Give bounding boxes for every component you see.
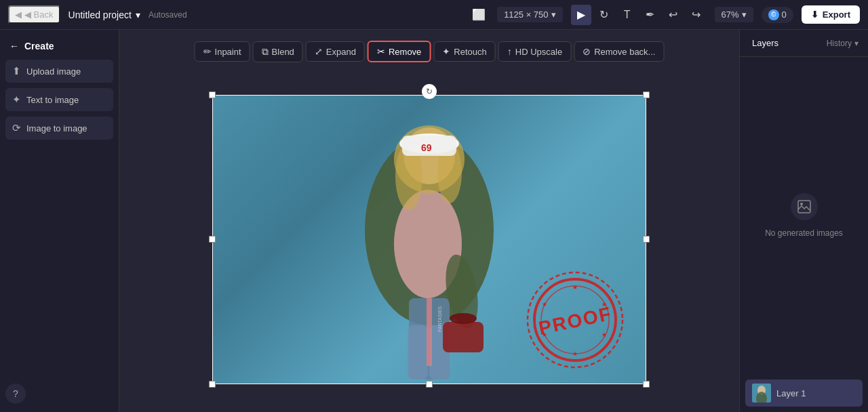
create-arrow-icon: ←: [9, 41, 19, 52]
upload-icon: ⬆: [12, 65, 21, 77]
svg-text:69: 69: [421, 142, 432, 153]
layers-tab[interactable]: Layers: [749, 37, 781, 49]
main-area: ← Create ⬆ Upload image ✦ Text to image …: [0, 30, 868, 412]
svg-text:FANTASIES: FANTASIES: [437, 306, 442, 331]
remove-background-btn[interactable]: ⊘ Remove back...: [574, 41, 664, 62]
text-tool-btn[interactable]: T: [617, 5, 637, 25]
handle-tl[interactable]: [209, 91, 216, 98]
pen-tool-btn[interactable]: ✒: [640, 5, 660, 25]
upscale-icon: ↑: [507, 46, 512, 57]
refresh-handle[interactable]: ↻: [422, 84, 437, 99]
rotate-tool-btn[interactable]: ↻: [594, 5, 614, 25]
canvas-area: ✏ Inpaint ⧉ Blend ⤢ Expand ✂ Remove ✦ Re…: [119, 30, 739, 412]
topbar: ◀ ◀ Back Untitled project ▾ Autosaved ⬜ …: [0, 0, 868, 30]
svg-rect-15: [427, 298, 432, 366]
export-icon: ⬇: [811, 9, 818, 20]
canvas-chevron-icon: ▾: [551, 9, 556, 20]
history-chevron-icon: ▾: [854, 39, 859, 48]
upload-image-btn[interactable]: ⬆ Upload image: [5, 60, 113, 83]
retouch-btn[interactable]: ✦ Retouch: [433, 41, 495, 62]
refresh-handle-container: ↻: [422, 84, 437, 99]
sidebar-footer: ?: [5, 384, 113, 404]
redo-btn[interactable]: ↪: [686, 5, 707, 25]
remove-btn[interactable]: ✂ Remove: [368, 41, 431, 62]
layer-thumbnail-svg: [752, 384, 771, 403]
export-button[interactable]: ⬇ Export: [802, 5, 860, 24]
blend-btn[interactable]: ⧉ Blend: [253, 41, 303, 62]
frame-tool-btn[interactable]: ⬜: [469, 5, 489, 25]
edit-tools: ▶ ↻ T ✒ ↩ ↪: [571, 5, 707, 25]
back-label: ◀ Back: [24, 9, 54, 20]
image-placeholder-icon: [796, 199, 812, 215]
credits-display[interactable]: © 0: [762, 7, 793, 23]
svg-text:★: ★: [572, 284, 578, 291]
history-toggle[interactable]: History ▾: [827, 39, 859, 48]
no-images-text: No generated images: [765, 228, 843, 238]
cursor-tool-btn[interactable]: ▶: [571, 5, 591, 25]
help-button[interactable]: ?: [5, 384, 26, 404]
handle-bc[interactable]: [426, 381, 433, 388]
inpaint-icon: ✏: [203, 46, 212, 57]
expand-icon: ⤢: [315, 46, 323, 57]
project-chevron-icon: ▾: [136, 9, 140, 20]
layer-thumbnail: [752, 384, 771, 403]
layer-label: Layer 1: [776, 388, 806, 398]
layer-item[interactable]: Layer 1: [745, 379, 863, 407]
create-header: ← Create: [5, 38, 113, 54]
right-panel: Layers History ▾ No generated images: [739, 30, 868, 412]
text-to-image-btn[interactable]: ✦ Text to image: [5, 88, 113, 111]
svg-text:★: ★: [601, 331, 607, 338]
svg-point-28: [800, 203, 803, 205]
handle-mr[interactable]: [643, 236, 650, 243]
remove-icon: ✂: [377, 46, 385, 57]
zoom-chevron-icon: ▾: [742, 9, 747, 20]
blend-icon: ⧉: [262, 46, 269, 58]
handle-bl[interactable]: [209, 381, 216, 388]
image-container: ↻: [212, 95, 646, 384]
handle-br[interactable]: [643, 381, 650, 388]
retouch-icon: ✦: [442, 46, 450, 57]
panel-body: No generated images: [740, 57, 868, 374]
panel-tabs: Layers: [749, 37, 781, 49]
svg-rect-27: [798, 201, 810, 213]
proof-stamp-svg: PROOF ★ ★ ★ ★ ★ ★: [524, 269, 626, 371]
svg-rect-10: [408, 325, 428, 379]
autosaved-status: Autosaved: [149, 10, 187, 20]
back-button[interactable]: ◀ ◀ Back: [8, 5, 60, 24]
canvas-viewport[interactable]: ↻: [119, 66, 739, 412]
remove-bg-icon: ⊘: [583, 46, 591, 57]
canvas-image: 69 FANTASIES: [212, 95, 646, 384]
image-to-image-icon: ⟳: [12, 122, 21, 134]
project-name[interactable]: Untitled project ▾: [68, 9, 140, 20]
handle-tr[interactable]: [643, 91, 650, 98]
svg-point-14: [450, 313, 477, 324]
text-to-image-icon: ✦: [12, 94, 21, 106]
svg-text:★: ★: [542, 301, 547, 308]
right-panel-header: Layers History ▾: [740, 30, 868, 57]
inpaint-btn[interactable]: ✏ Inpaint: [195, 41, 250, 62]
undo-btn[interactable]: ↩: [663, 5, 684, 25]
credits-icon: ©: [768, 9, 779, 20]
edit-toolbar: ✏ Inpaint ⧉ Blend ⤢ Expand ✂ Remove ✦ Re…: [184, 37, 675, 66]
handle-ml[interactable]: [209, 236, 216, 243]
left-sidebar: ← Create ⬆ Upload image ✦ Text to image …: [0, 30, 119, 412]
svg-text:★: ★: [542, 331, 547, 338]
svg-text:★: ★: [601, 301, 607, 308]
zoom-control[interactable]: 67% ▾: [715, 7, 753, 22]
no-images-icon: [791, 193, 818, 220]
upscale-btn[interactable]: ↑ HD Upscale: [498, 41, 571, 62]
canvas-size[interactable]: 1125 × 750 ▾: [497, 7, 562, 22]
back-arrow-icon: ◀: [15, 9, 22, 20]
expand-btn[interactable]: ⤢ Expand: [306, 41, 365, 62]
image-to-image-btn[interactable]: ⟳ Image to image: [5, 117, 113, 140]
svg-rect-13: [443, 322, 484, 352]
svg-text:★: ★: [572, 350, 578, 357]
